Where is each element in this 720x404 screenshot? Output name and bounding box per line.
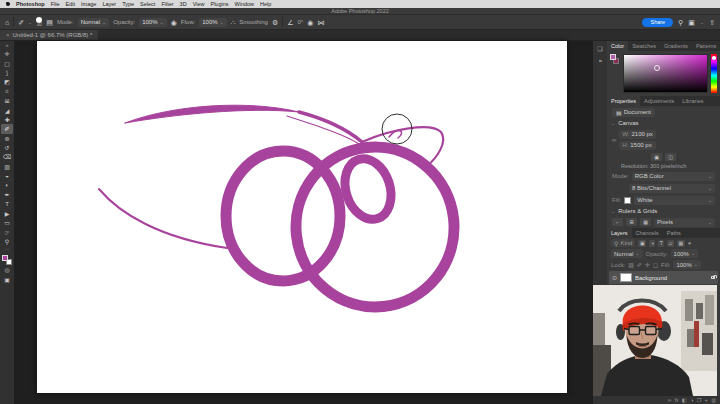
menu-plugins[interactable]: Plugins bbox=[210, 1, 228, 7]
tool-dodge[interactable]: ◐ bbox=[1, 180, 13, 189]
hue-slider-handle[interactable] bbox=[712, 56, 716, 60]
tool-rectangle[interactable]: ▭ bbox=[1, 218, 13, 227]
tool-pen[interactable]: ✒ bbox=[1, 190, 13, 199]
layer-blend-mode-select[interactable]: Normal ⌄ bbox=[611, 249, 643, 258]
tool-path-selection[interactable]: ▶ bbox=[1, 209, 13, 218]
tool-healing-brush[interactable]: ✚ bbox=[1, 115, 13, 124]
grid-toggle-button[interactable]: ⊞ bbox=[626, 218, 637, 226]
menu-select[interactable]: Select bbox=[140, 1, 155, 7]
tab-libraries[interactable]: Libraries bbox=[678, 96, 707, 106]
menu-help[interactable]: Help bbox=[260, 1, 271, 7]
canvas[interactable] bbox=[37, 41, 567, 393]
color-picker-ring[interactable] bbox=[654, 65, 660, 71]
workspace-switcher-icon[interactable]: ▣ bbox=[688, 19, 695, 26]
trim-canvas-button[interactable]: ◫ bbox=[665, 153, 676, 161]
filter-pixel-layers-icon[interactable]: ▣ bbox=[638, 240, 646, 247]
tab-patterns[interactable]: Patterns bbox=[692, 41, 720, 51]
tab-color[interactable]: Color bbox=[607, 41, 628, 51]
search-icon[interactable]: ⚲ bbox=[678, 19, 683, 26]
document-tab[interactable]: × Untitled-1 @ 66.7% (RGB/8) * bbox=[0, 30, 98, 40]
filter-toggle-icon[interactable]: ● bbox=[688, 240, 692, 246]
apple-logo-icon[interactable] bbox=[6, 2, 10, 6]
menu-view[interactable]: View bbox=[193, 1, 205, 7]
tab-properties[interactable]: Properties bbox=[607, 96, 640, 106]
brush-tool-icon[interactable]: ✐ bbox=[18, 19, 24, 26]
share-button[interactable]: Share bbox=[642, 18, 673, 27]
tool-smudge[interactable]: ◒ bbox=[1, 171, 13, 180]
layer-opacity-select[interactable]: 100% ⌄ bbox=[671, 249, 699, 258]
tool-lasso[interactable]: ⟆ bbox=[1, 68, 13, 77]
tab-channels[interactable]: Channels bbox=[632, 228, 663, 238]
fill-color-swatch[interactable] bbox=[624, 197, 631, 204]
hue-slider[interactable] bbox=[711, 54, 717, 93]
menu-window[interactable]: Window bbox=[235, 1, 255, 7]
canvas-width-field[interactable]: W: 2100 px bbox=[619, 130, 656, 139]
menu-photoshop[interactable]: Photoshop bbox=[16, 1, 45, 7]
comment-icon[interactable]: ❝ bbox=[598, 58, 601, 65]
units-select[interactable]: Pixels ⌄ bbox=[654, 218, 715, 227]
rulers-toggle-button[interactable]: ⌐ bbox=[612, 218, 623, 226]
layer-row-background[interactable]: ⊙ Background bbox=[609, 271, 718, 284]
tool-eyedropper[interactable]: ◢ bbox=[1, 105, 13, 114]
new-layer-icon[interactable]: + bbox=[705, 397, 708, 403]
flow-select[interactable]: 100% ⌄ bbox=[199, 18, 227, 27]
tool-brush[interactable]: ✐ bbox=[1, 124, 13, 133]
adjustment-layer-icon[interactable]: ◑ bbox=[690, 397, 693, 403]
home-icon[interactable]: ⌂ bbox=[5, 19, 9, 26]
tool-rectangular-marquee[interactable]: ▢ bbox=[1, 58, 13, 67]
menu-file[interactable]: File bbox=[51, 1, 60, 7]
tool-zoom[interactable]: ⚲ bbox=[1, 237, 13, 246]
lock-transparency-icon[interactable]: ▨ bbox=[628, 261, 634, 268]
tool-hand[interactable]: ☞ bbox=[1, 227, 13, 236]
smoothing-gear-icon[interactable]: ⚙ bbox=[272, 19, 278, 26]
edit-toolbar-icon[interactable]: ⋯ bbox=[5, 246, 10, 253]
quick-mask-button[interactable]: ◎ bbox=[1, 265, 13, 274]
rulers-grids-section-header[interactable]: ⌄ Rulers & Grids bbox=[607, 206, 720, 216]
delete-layer-icon[interactable]: ▥ bbox=[711, 397, 716, 403]
filter-type-layers-icon[interactable]: T bbox=[658, 240, 664, 247]
lock-position-icon[interactable]: ✛ bbox=[645, 261, 650, 268]
symmetry-icon[interactable]: ⋈ bbox=[317, 19, 324, 26]
layer-filter-kind-select[interactable]: ⚲ Kind bbox=[611, 239, 635, 247]
panel-color-swatch-pair[interactable] bbox=[610, 54, 620, 66]
color-swatch-pair[interactable] bbox=[2, 255, 12, 265]
blend-mode-select[interactable]: Normal ⌄ bbox=[78, 18, 110, 27]
menu-image[interactable]: Image bbox=[81, 1, 96, 7]
brush-settings-panel-icon[interactable]: ▤ bbox=[46, 19, 53, 26]
canvas-height-field[interactable]: H: 1500 px bbox=[619, 141, 656, 150]
tab-swatches[interactable]: Swatches bbox=[628, 41, 660, 51]
new-group-icon[interactable]: ❐ bbox=[697, 397, 701, 403]
tool-history-brush[interactable]: ↺ bbox=[1, 143, 13, 152]
layer-fill-select[interactable]: 100% ⌄ bbox=[673, 260, 701, 269]
lock-pixels-icon[interactable]: ✐ bbox=[637, 261, 642, 268]
tool-clone-stamp[interactable]: ⊛ bbox=[1, 134, 13, 143]
tool-type[interactable]: T bbox=[1, 199, 13, 208]
chevron-down-icon[interactable]: ⌄ bbox=[700, 20, 704, 25]
tool-frame[interactable]: ⊞ bbox=[1, 96, 13, 105]
tool-eraser[interactable]: ⌫ bbox=[1, 152, 13, 161]
filter-adjustment-layers-icon[interactable]: ◑ bbox=[649, 240, 655, 247]
guides-toggle-button[interactable]: ▦ bbox=[640, 218, 651, 226]
menu-3d[interactable]: 3D bbox=[180, 1, 187, 7]
fill-select[interactable]: White ⌄ bbox=[634, 196, 715, 205]
brush-angle-icon[interactable]: ∠ bbox=[287, 19, 293, 26]
menu-type[interactable]: Type bbox=[122, 1, 134, 7]
airbrush-icon[interactable]: ∴ bbox=[231, 19, 235, 26]
pressure-size-icon[interactable]: ◉ bbox=[307, 19, 313, 26]
tab-adjustments[interactable]: Adjustments bbox=[640, 96, 678, 106]
tab-paths[interactable]: Paths bbox=[663, 228, 685, 238]
tab-gradients[interactable]: Gradients bbox=[660, 41, 692, 51]
close-icon[interactable]: × bbox=[6, 32, 10, 38]
screen-mode-button[interactable]: ▣ bbox=[1, 275, 13, 284]
collapse-panels-icon[interactable]: ❏ bbox=[597, 45, 602, 52]
toolbar-expand-icon[interactable]: » bbox=[6, 42, 9, 49]
bit-depth-select[interactable]: 8 Bits/Channel ⌄ bbox=[629, 184, 715, 193]
brush-preset-picker[interactable]: 30 bbox=[36, 17, 42, 28]
tool-move[interactable]: ✛ bbox=[1, 49, 13, 58]
filter-smart-objects-icon[interactable]: ▦ bbox=[677, 240, 685, 247]
tool-crop[interactable]: ⌗ bbox=[1, 87, 13, 96]
link-dimensions-icon[interactable]: ∞ bbox=[612, 137, 616, 143]
tool-gradient[interactable]: ▥ bbox=[1, 162, 13, 171]
layer-thumbnail[interactable] bbox=[620, 273, 632, 282]
tool-object-selection[interactable]: ◩ bbox=[1, 77, 13, 86]
